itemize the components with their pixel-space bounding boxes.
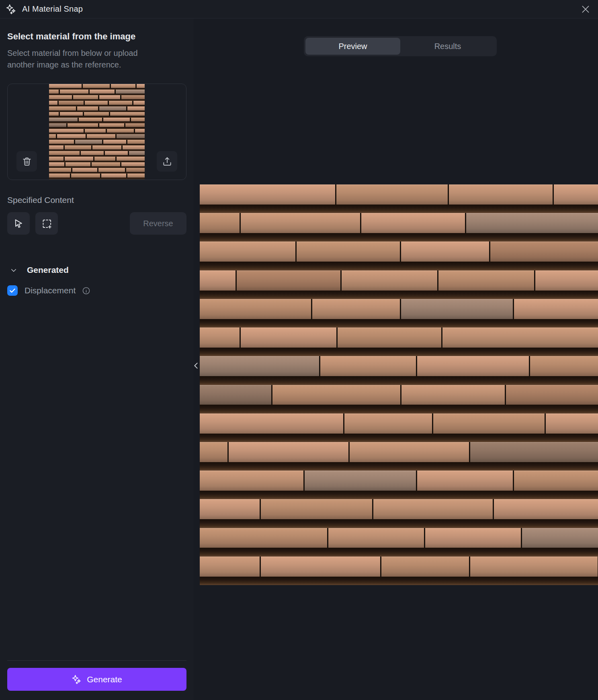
brick-row [200,299,598,327]
sparkles-icon [6,4,16,14]
brick-row [49,162,145,168]
brick-row [49,112,145,118]
preview-area: Preview Results [194,18,598,700]
brick-row [200,327,598,356]
brick-row [200,528,598,557]
close-icon [580,4,591,14]
brick-row [49,140,145,145]
tab-preview[interactable]: Preview [305,38,400,55]
brick-row [200,442,598,471]
view-tabs: Preview Results [304,36,497,56]
brick-row [49,118,145,123]
generate-button[interactable]: Generate [7,668,186,691]
generate-sparkles-icon [72,674,82,684]
select-cursor-button[interactable] [7,212,30,235]
delete-reference-button[interactable] [16,151,37,172]
marquee-select-icon [41,218,52,229]
ai-material-snap-window: AI Material Snap Select material from th… [0,0,598,700]
brick-row [49,90,145,95]
material-preview-canvas [200,184,598,585]
specified-content-label: Specified Content [7,195,186,205]
brick-row [49,129,145,135]
section-heading: Select material from the image [7,31,186,42]
brick-row [49,84,145,90]
reference-material-thumbnail[interactable] [49,84,145,179]
brick-row [200,499,598,528]
brick-row [49,101,145,106]
settings-sidebar: Select material from the image Select ma… [0,18,194,700]
close-button[interactable] [580,3,592,15]
cursor-icon [13,218,24,229]
displacement-checkbox[interactable] [7,285,18,296]
displacement-label: Displacement [25,286,76,295]
generated-section-label: Generated [27,265,69,275]
brick-row [49,134,145,140]
brick-row [200,184,598,213]
brick-row [49,145,145,151]
footer-divider [7,660,186,661]
brick-row [200,557,598,585]
window-header: AI Material Snap [0,0,598,18]
brick-row [200,413,598,442]
generated-section-header[interactable]: Generated [7,265,186,275]
brick-row [200,471,598,499]
specified-content-tools: Reverse [7,212,186,235]
trash-icon [22,156,32,167]
chevron-down-icon [10,266,17,274]
marquee-select-button[interactable] [35,212,58,235]
brick-row [49,95,145,101]
brick-row [200,385,598,413]
brick-row [49,157,145,162]
displacement-option-row: Displacement [7,285,186,296]
brick-row [200,270,598,299]
section-description: Select material from below or upload ano… [7,47,186,71]
sidebar-footer: Generate [7,660,186,700]
brick-row [49,174,145,179]
upload-reference-button[interactable] [157,151,177,172]
brick-row [200,213,598,242]
reverse-button[interactable]: Reverse [130,212,186,235]
brick-row [200,356,598,385]
upload-icon [162,156,172,167]
brick-row [49,168,145,174]
brick-row [49,151,145,157]
tab-results[interactable]: Results [400,38,495,55]
brick-row [49,106,145,112]
info-icon[interactable] [82,287,90,295]
chevron-left-icon [192,361,201,370]
page-title: AI Material Snap [22,4,83,14]
brick-row [200,242,598,270]
reference-image-card [7,84,186,180]
brick-row [49,123,145,129]
